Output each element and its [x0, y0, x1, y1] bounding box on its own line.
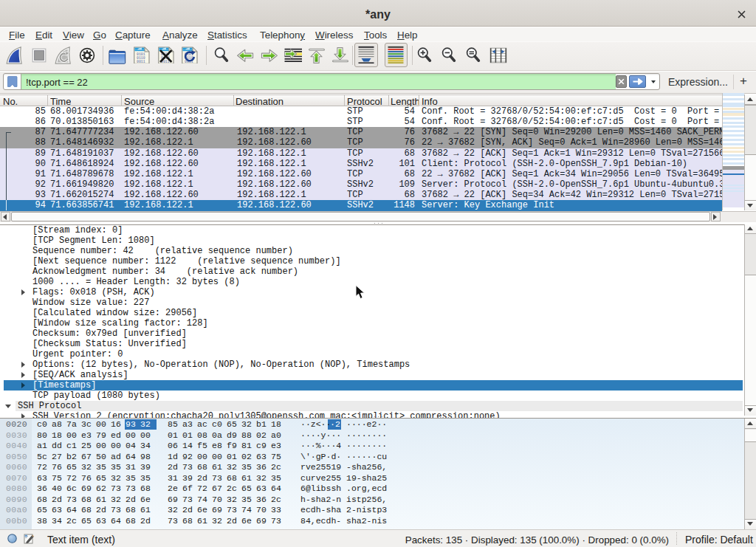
- svg-text:0011: 0011: [137, 60, 145, 63]
